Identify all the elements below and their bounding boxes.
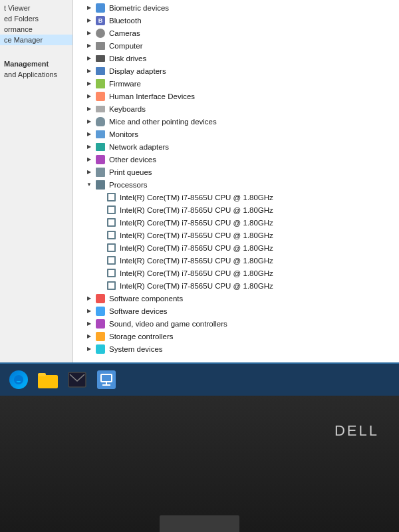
processor-child-label-1: Intel(R) Core(TM) i7-8565U CPU @ 1.80GHz xyxy=(120,206,273,214)
screen: t Viewer ed Folders ormance ce Manager M… xyxy=(0,0,399,532)
other-icon xyxy=(94,154,106,166)
processor-child-icon-4 xyxy=(105,242,117,254)
expand-software-dev[interactable]: ▶ xyxy=(84,306,94,317)
system-icon xyxy=(94,343,106,355)
laptop-stand xyxy=(160,515,239,532)
software-dev-icon xyxy=(94,305,106,317)
processor-item-5[interactable]: Intel(R) Core(TM) i7-8565U CPU @ 1.80GHz xyxy=(73,254,399,267)
bluetooth-icon: B xyxy=(94,15,106,27)
sidebar-item-device-manager[interactable]: ce Manager xyxy=(0,35,72,45)
processor-child-icon-6 xyxy=(105,267,117,279)
expand-display[interactable]: ▶ xyxy=(84,66,94,76)
processor-item-1[interactable]: Intel(R) Core(TM) i7-8565U CPU @ 1.80GHz xyxy=(73,203,399,216)
expand-print[interactable]: ▶ xyxy=(84,167,94,178)
sidebar-item-event-viewer[interactable]: t Viewer xyxy=(0,3,72,13)
taskbar-folder[interactable] xyxy=(36,368,60,392)
monitors-label: Monitors xyxy=(109,130,138,138)
expand-monitors[interactable]: ▶ xyxy=(84,129,94,140)
computer-icon xyxy=(94,40,106,52)
processor-item-2[interactable]: Intel(R) Core(TM) i7-8565U CPU @ 1.80GHz xyxy=(73,216,399,229)
category-hid[interactable]: ▶ Human Interface Devices xyxy=(73,90,399,102)
category-computer[interactable]: ▶ Computer xyxy=(73,39,399,52)
print-label: Print queues xyxy=(109,168,152,176)
software-comp-label: Software components xyxy=(109,295,183,303)
other-label: Other devices xyxy=(109,156,156,164)
device-list[interactable]: ▶ Biometric devices ▶ B Bluetooth ▶ Came… xyxy=(73,0,399,362)
expand-storage[interactable]: ▶ xyxy=(84,331,94,342)
svg-rect-2 xyxy=(68,372,86,387)
storage-icon xyxy=(94,331,106,342)
category-monitors[interactable]: ▶ Monitors xyxy=(73,128,399,140)
processor-child-icon-2 xyxy=(105,217,117,229)
processor-item-0[interactable]: Intel(R) Core(TM) i7-8565U CPU @ 1.80GHz xyxy=(73,191,399,203)
category-storage[interactable]: ▶ Storage controllers xyxy=(73,330,399,342)
expand-other[interactable]: ▶ xyxy=(84,154,94,165)
category-other[interactable]: ▶ Other devices xyxy=(73,153,399,166)
category-system[interactable]: ▶ System devices xyxy=(73,342,399,355)
expand-mice[interactable]: ▶ xyxy=(84,116,94,127)
monitor-icon xyxy=(94,128,106,140)
expand-network[interactable]: ▶ xyxy=(84,142,94,152)
firmware-label: Firmware xyxy=(109,80,141,88)
software-dev-label: Software devices xyxy=(109,307,168,315)
system-label: System devices xyxy=(109,345,163,353)
sidebar-spacer xyxy=(0,45,72,59)
category-cameras[interactable]: ▶ Cameras xyxy=(73,27,399,39)
edge-icon xyxy=(9,370,28,389)
category-software-comp[interactable]: ▶ Software components xyxy=(73,292,399,305)
processor-child-label-2: Intel(R) Core(TM) i7-8565U CPU @ 1.80GHz xyxy=(120,219,273,227)
laptop-body: DELL xyxy=(0,396,399,532)
disk-label: Disk drives xyxy=(109,55,146,63)
hid-label: Human Interface Devices xyxy=(109,92,195,100)
display-label: Display adapters xyxy=(109,67,166,75)
processor-item-7[interactable]: Intel(R) Core(TM) i7-8565U CPU @ 1.80GHz xyxy=(73,279,399,292)
processor-icon xyxy=(94,179,106,191)
expand-biometric[interactable]: ▶ xyxy=(84,3,94,13)
svg-rect-1 xyxy=(38,373,46,376)
category-network[interactable]: ▶ Network adapters xyxy=(73,140,399,153)
expand-software-comp[interactable]: ▶ xyxy=(84,293,94,304)
expand-disk[interactable]: ▶ xyxy=(84,53,94,64)
processor-child-icon-5 xyxy=(105,255,117,267)
expand-system[interactable]: ▶ xyxy=(84,344,94,354)
category-keyboards[interactable]: ▶ Keyboards xyxy=(73,102,399,115)
sidebar-item-management[interactable]: Management xyxy=(0,59,72,69)
expand-bluetooth[interactable]: ▶ xyxy=(84,15,94,26)
expand-processors[interactable]: ▼ xyxy=(84,180,94,190)
processor-child-label-5: Intel(R) Core(TM) i7-8565U CPU @ 1.80GHz xyxy=(120,257,273,265)
category-processors[interactable]: ▼ Processors xyxy=(73,178,399,191)
taskbar-network[interactable] xyxy=(94,368,118,392)
expand-cameras[interactable]: ▶ xyxy=(84,28,94,39)
processor-item-3[interactable]: Intel(R) Core(TM) i7-8565U CPU @ 1.80GHz xyxy=(73,229,399,241)
expand-computer[interactable]: ▶ xyxy=(84,41,94,51)
category-biometric[interactable]: ▶ Biometric devices xyxy=(73,1,399,14)
category-display[interactable]: ▶ Display adapters xyxy=(73,65,399,77)
processor-child-label-3: Intel(R) Core(TM) i7-8565U CPU @ 1.80GHz xyxy=(120,231,273,239)
software-comp-icon xyxy=(94,293,106,305)
processor-child-icon-0 xyxy=(105,192,117,203)
sidebar-item-applications[interactable]: and Applications xyxy=(0,69,72,80)
taskbar-mail[interactable] xyxy=(65,368,89,392)
processor-child-icon-3 xyxy=(105,229,117,241)
sidebar-item-performance[interactable]: ormance xyxy=(0,24,72,35)
category-print[interactable]: ▶ Print queues xyxy=(73,166,399,178)
processor-item-6[interactable]: Intel(R) Core(TM) i7-8565U CPU @ 1.80GHz xyxy=(73,267,399,279)
category-sound[interactable]: ▶ Sound, video and game controllers xyxy=(73,317,399,330)
processors-label: Processors xyxy=(109,181,148,189)
processor-child-label-4: Intel(R) Core(TM) i7-8565U CPU @ 1.80GHz xyxy=(120,244,273,252)
category-disk[interactable]: ▶ Disk drives xyxy=(73,52,399,65)
taskbar-edge[interactable] xyxy=(7,368,31,392)
network-icon xyxy=(94,141,106,153)
category-bluetooth[interactable]: ▶ B Bluetooth xyxy=(73,14,399,27)
category-software-dev[interactable]: ▶ Software devices xyxy=(73,305,399,317)
expand-keyboards[interactable]: ▶ xyxy=(84,104,94,114)
expand-hid[interactable]: ▶ xyxy=(84,91,94,102)
category-mice[interactable]: ▶ Mice and other pointing devices xyxy=(73,115,399,128)
sidebar-item-shared-folders[interactable]: ed Folders xyxy=(0,13,72,24)
category-firmware[interactable]: ▶ Firmware xyxy=(73,77,399,90)
expand-firmware[interactable]: ▶ xyxy=(84,78,94,89)
network-label: Network adapters xyxy=(109,143,169,151)
processor-child-label-6: Intel(R) Core(TM) i7-8565U CPU @ 1.80GHz xyxy=(120,269,273,277)
expand-sound[interactable]: ▶ xyxy=(84,319,94,329)
processor-item-4[interactable]: Intel(R) Core(TM) i7-8565U CPU @ 1.80GHz xyxy=(73,241,399,254)
